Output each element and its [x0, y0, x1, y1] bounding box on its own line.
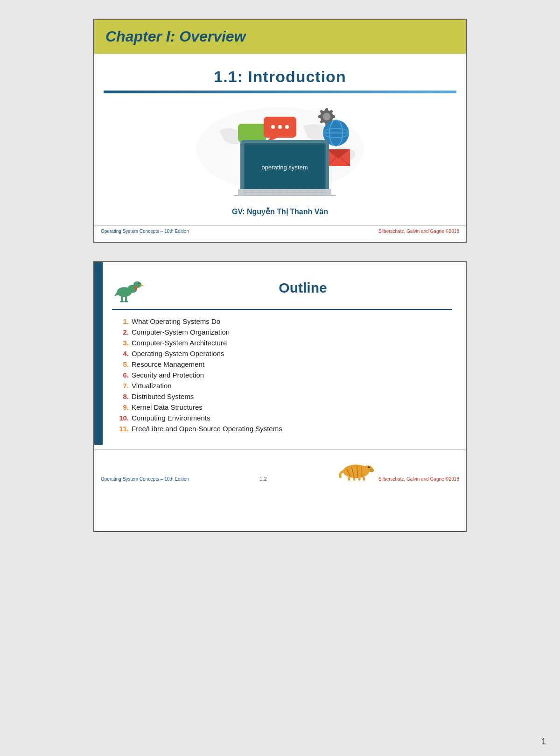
- intro-title: 1.1: Introduction: [214, 68, 346, 86]
- list-item: 5.Resource Management: [117, 360, 452, 368]
- item-text: Free/Libre and Open-Source Operating Sys…: [132, 425, 282, 433]
- item-text: Security and Protection: [132, 371, 204, 379]
- page-number: 1: [541, 737, 546, 747]
- item-number: 8.: [117, 392, 129, 400]
- slide-2-footer: Operating System Concepts – 10th Edition…: [94, 449, 466, 485]
- svg-point-67: [370, 469, 374, 472]
- item-text: Computer-System Architecture: [132, 339, 227, 347]
- svg-point-9: [323, 113, 330, 120]
- svg-rect-72: [363, 477, 365, 481]
- laptop-illustration: operating system: [191, 103, 369, 196]
- item-number: 2.: [117, 328, 129, 336]
- outline-list: 1.What Operating Systems Do2.Computer-Sy…: [112, 317, 452, 433]
- slide-2: Outline 1.What Operating Systems Do2.Com…: [93, 261, 467, 532]
- item-number: 11.: [117, 425, 129, 433]
- list-item: 10.Computing Environments: [117, 414, 452, 422]
- list-item: 4.Operating-System Operations: [117, 350, 452, 357]
- svg-rect-1: [238, 124, 266, 142]
- svg-point-7: [285, 125, 289, 129]
- list-item: 1.What Operating Systems Do: [117, 317, 452, 325]
- item-number: 1.: [117, 317, 129, 325]
- svg-point-68: [368, 466, 370, 468]
- dino-left-icon: [112, 272, 145, 304]
- footer-center-2: 1.2: [259, 476, 266, 482]
- item-text: Computer-System Organization: [132, 328, 230, 336]
- svg-marker-50: [140, 284, 144, 286]
- list-item: 2.Computer-System Organization: [117, 328, 452, 336]
- slide-1: Chapter I: Overview 1.1: Introduction: [93, 19, 467, 243]
- item-number: 4.: [117, 350, 129, 357]
- footer-left-2: Operating System Concepts – 10th Edition: [101, 476, 189, 482]
- item-text: What Operating Systems Do: [132, 317, 220, 325]
- slide-1-body: 1.1: Introduction: [94, 54, 466, 225]
- item-number: 3.: [117, 339, 129, 347]
- svg-rect-55: [121, 296, 123, 302]
- svg-rect-58: [124, 301, 128, 302]
- item-text: Kernel Data Structures: [132, 403, 203, 411]
- item-number: 10.: [117, 414, 129, 422]
- svg-point-6: [278, 125, 282, 129]
- chapter-title: Chapter I: Overview: [105, 28, 246, 45]
- item-number: 7.: [117, 382, 129, 390]
- item-text: Computing Environments: [132, 414, 210, 422]
- svg-point-52: [139, 283, 139, 283]
- outline-header: Outline: [112, 272, 452, 310]
- page-wrapper: Chapter I: Overview 1.1: Introduction: [0, 0, 560, 551]
- item-number: 5.: [117, 360, 129, 368]
- footer-right-2: Silberschatz, Galvin and Gagne ©2018: [378, 476, 459, 482]
- author-name: GV: Nguyễn Thị Thanh Vân: [232, 207, 328, 216]
- svg-rect-69: [348, 477, 350, 481]
- item-text: Virtualization: [132, 382, 172, 390]
- svg-rect-57: [120, 301, 124, 302]
- svg-rect-13: [318, 115, 322, 118]
- list-item: 11.Free/Libre and Open-Source Operating …: [117, 425, 452, 433]
- item-text: Resource Management: [132, 360, 204, 368]
- intro-underline: [104, 91, 456, 93]
- left-accent-bar: [94, 262, 103, 445]
- list-item: 6.Security and Protection: [117, 371, 452, 379]
- slide-2-body: Outline 1.What Operating Systems Do2.Com…: [94, 262, 466, 445]
- svg-rect-12: [331, 115, 335, 118]
- item-number: 9.: [117, 403, 129, 411]
- svg-line-65: [362, 467, 362, 478]
- outline-title: Outline: [154, 280, 452, 296]
- footer-right-1: Silberschatz, Galvin and Gagne ©2018: [378, 229, 459, 234]
- footer-left-1: Operating System Concepts – 10th Edition: [101, 229, 189, 234]
- svg-rect-71: [358, 478, 361, 481]
- chapter-banner: Chapter I: Overview: [94, 20, 466, 54]
- list-item: 7.Virtualization: [117, 382, 452, 390]
- item-text: Distributed Systems: [132, 392, 194, 400]
- slide-1-footer: Operating System Concepts – 10th Edition…: [94, 225, 466, 237]
- svg-rect-10: [325, 108, 328, 112]
- dino-right-icon: [337, 454, 375, 482]
- outline-content: Outline 1.What Operating Systems Do2.Com…: [103, 262, 466, 445]
- item-text: Operating-System Operations: [132, 350, 224, 357]
- svg-point-5: [271, 125, 275, 129]
- list-item: 9.Kernel Data Structures: [117, 403, 452, 411]
- list-item: 8.Distributed Systems: [117, 392, 452, 400]
- laptop-svg: operating system: [191, 103, 369, 196]
- list-item: 3.Computer-System Architecture: [117, 339, 452, 347]
- item-number: 6.: [117, 371, 129, 379]
- svg-text:operating system: operating system: [262, 164, 308, 171]
- svg-rect-70: [353, 478, 356, 481]
- svg-point-60: [134, 286, 137, 291]
